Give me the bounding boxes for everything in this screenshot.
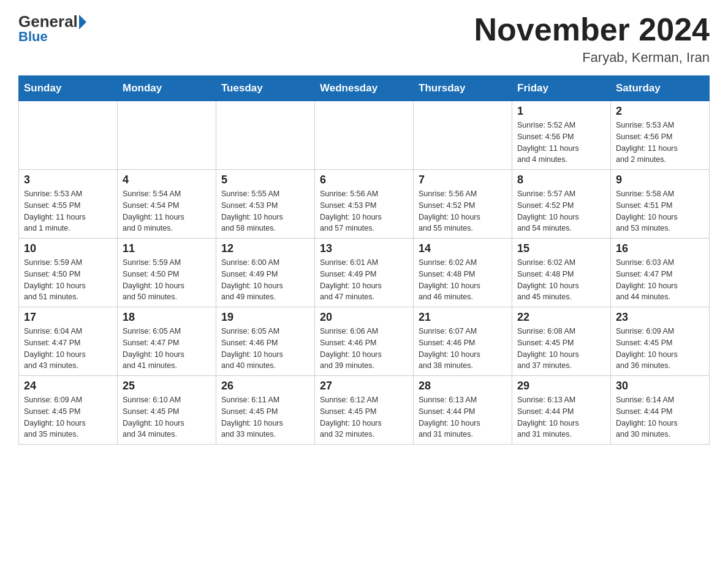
header: General Blue November 2024 Faryab, Kerma… <box>18 12 710 66</box>
calendar-cell: 7Sunrise: 5:56 AM Sunset: 4:52 PM Daylig… <box>414 170 512 239</box>
day-info: Sunrise: 6:05 AM Sunset: 4:46 PM Dayligh… <box>221 326 309 372</box>
day-number: 23 <box>616 311 704 324</box>
day-info: Sunrise: 6:07 AM Sunset: 4:46 PM Dayligh… <box>419 326 507 372</box>
day-number: 30 <box>616 380 704 393</box>
calendar-subtitle: Faryab, Kerman, Iran <box>474 50 710 66</box>
calendar-title: November 2024 <box>474 12 710 47</box>
calendar-cell: 1Sunrise: 5:52 AM Sunset: 4:56 PM Daylig… <box>512 101 611 170</box>
day-info: Sunrise: 6:09 AM Sunset: 4:45 PM Dayligh… <box>616 326 704 372</box>
day-number: 11 <box>123 242 211 255</box>
day-info: Sunrise: 6:09 AM Sunset: 4:45 PM Dayligh… <box>24 394 112 440</box>
weekday-header-wednesday: Wednesday <box>315 76 414 101</box>
day-number: 19 <box>221 311 309 324</box>
calendar-cell <box>315 101 414 170</box>
calendar-cell <box>118 101 216 170</box>
title-area: November 2024 Faryab, Kerman, Iran <box>474 12 710 66</box>
day-number: 8 <box>517 174 605 186</box>
day-info: Sunrise: 6:12 AM Sunset: 4:45 PM Dayligh… <box>320 394 408 440</box>
calendar-cell: 2Sunrise: 5:53 AM Sunset: 4:56 PM Daylig… <box>611 101 710 170</box>
day-number: 21 <box>419 311 507 324</box>
day-info: Sunrise: 6:05 AM Sunset: 4:47 PM Dayligh… <box>123 326 211 372</box>
day-number: 24 <box>24 380 112 393</box>
day-info: Sunrise: 5:52 AM Sunset: 4:56 PM Dayligh… <box>517 120 605 166</box>
day-info: Sunrise: 6:11 AM Sunset: 4:45 PM Dayligh… <box>221 394 309 440</box>
logo: General Blue <box>18 12 88 45</box>
day-info: Sunrise: 5:56 AM Sunset: 4:53 PM Dayligh… <box>320 188 408 234</box>
day-number: 16 <box>616 242 704 255</box>
day-info: Sunrise: 6:08 AM Sunset: 4:45 PM Dayligh… <box>517 326 605 372</box>
calendar-cell: 16Sunrise: 6:03 AM Sunset: 4:47 PM Dayli… <box>611 239 710 307</box>
day-info: Sunrise: 6:04 AM Sunset: 4:47 PM Dayligh… <box>24 326 112 372</box>
calendar-cell: 28Sunrise: 6:13 AM Sunset: 4:44 PM Dayli… <box>414 376 512 445</box>
calendar-cell <box>19 101 118 170</box>
day-number: 3 <box>24 174 112 186</box>
day-number: 5 <box>221 174 309 186</box>
day-info: Sunrise: 5:57 AM Sunset: 4:52 PM Dayligh… <box>517 188 605 234</box>
day-number: 29 <box>517 380 605 393</box>
calendar-cell: 22Sunrise: 6:08 AM Sunset: 4:45 PM Dayli… <box>512 307 611 376</box>
calendar-cell: 5Sunrise: 5:55 AM Sunset: 4:53 PM Daylig… <box>216 170 315 239</box>
calendar-cell: 20Sunrise: 6:06 AM Sunset: 4:46 PM Dayli… <box>315 307 414 376</box>
day-number: 18 <box>123 311 211 324</box>
week-row-3: 10Sunrise: 5:59 AM Sunset: 4:50 PM Dayli… <box>19 239 710 307</box>
calendar-cell: 21Sunrise: 6:07 AM Sunset: 4:46 PM Dayli… <box>414 307 512 376</box>
calendar-table: SundayMondayTuesdayWednesdayThursdayFrid… <box>18 75 710 445</box>
weekday-header-sunday: Sunday <box>19 76 118 101</box>
calendar-cell: 9Sunrise: 5:58 AM Sunset: 4:51 PM Daylig… <box>611 170 710 239</box>
weekday-header-row: SundayMondayTuesdayWednesdayThursdayFrid… <box>19 76 710 101</box>
day-number: 6 <box>320 174 408 186</box>
day-info: Sunrise: 5:53 AM Sunset: 4:56 PM Dayligh… <box>616 120 704 166</box>
calendar-cell: 14Sunrise: 6:02 AM Sunset: 4:48 PM Dayli… <box>414 239 512 307</box>
weekday-header-friday: Friday <box>512 76 611 101</box>
calendar-cell: 27Sunrise: 6:12 AM Sunset: 4:45 PM Dayli… <box>315 376 414 445</box>
week-row-4: 17Sunrise: 6:04 AM Sunset: 4:47 PM Dayli… <box>19 307 710 376</box>
day-info: Sunrise: 6:06 AM Sunset: 4:46 PM Dayligh… <box>320 326 408 372</box>
calendar-cell: 24Sunrise: 6:09 AM Sunset: 4:45 PM Dayli… <box>19 376 118 445</box>
calendar-cell: 25Sunrise: 6:10 AM Sunset: 4:45 PM Dayli… <box>118 376 216 445</box>
day-number: 17 <box>24 311 112 324</box>
day-number: 22 <box>517 311 605 324</box>
logo-blue: Blue <box>18 29 48 45</box>
day-number: 12 <box>221 242 309 255</box>
week-row-5: 24Sunrise: 6:09 AM Sunset: 4:45 PM Dayli… <box>19 376 710 445</box>
calendar-cell: 11Sunrise: 5:59 AM Sunset: 4:50 PM Dayli… <box>118 239 216 307</box>
day-number: 28 <box>419 380 507 393</box>
day-info: Sunrise: 6:14 AM Sunset: 4:44 PM Dayligh… <box>616 394 704 440</box>
day-info: Sunrise: 5:55 AM Sunset: 4:53 PM Dayligh… <box>221 188 309 234</box>
day-number: 15 <box>517 242 605 255</box>
day-number: 14 <box>419 242 507 255</box>
weekday-header-thursday: Thursday <box>414 76 512 101</box>
day-number: 27 <box>320 380 408 393</box>
calendar-cell: 6Sunrise: 5:56 AM Sunset: 4:53 PM Daylig… <box>315 170 414 239</box>
day-info: Sunrise: 6:13 AM Sunset: 4:44 PM Dayligh… <box>517 394 605 440</box>
day-number: 7 <box>419 174 507 186</box>
day-info: Sunrise: 5:59 AM Sunset: 4:50 PM Dayligh… <box>24 257 112 303</box>
calendar-cell: 3Sunrise: 5:53 AM Sunset: 4:55 PM Daylig… <box>19 170 118 239</box>
calendar-cell: 19Sunrise: 6:05 AM Sunset: 4:46 PM Dayli… <box>216 307 315 376</box>
day-number: 4 <box>123 174 211 186</box>
day-number: 9 <box>616 174 704 186</box>
calendar-cell: 29Sunrise: 6:13 AM Sunset: 4:44 PM Dayli… <box>512 376 611 445</box>
day-number: 20 <box>320 311 408 324</box>
day-number: 25 <box>123 380 211 393</box>
weekday-header-saturday: Saturday <box>611 76 710 101</box>
calendar-cell <box>414 101 512 170</box>
day-info: Sunrise: 6:03 AM Sunset: 4:47 PM Dayligh… <box>616 257 704 303</box>
day-info: Sunrise: 5:59 AM Sunset: 4:50 PM Dayligh… <box>123 257 211 303</box>
day-number: 13 <box>320 242 408 255</box>
calendar-cell: 12Sunrise: 6:00 AM Sunset: 4:49 PM Dayli… <box>216 239 315 307</box>
weekday-header-tuesday: Tuesday <box>216 76 315 101</box>
day-number: 26 <box>221 380 309 393</box>
day-number: 1 <box>517 105 605 118</box>
day-info: Sunrise: 6:13 AM Sunset: 4:44 PM Dayligh… <box>419 394 507 440</box>
day-info: Sunrise: 6:10 AM Sunset: 4:45 PM Dayligh… <box>123 394 211 440</box>
day-info: Sunrise: 5:54 AM Sunset: 4:54 PM Dayligh… <box>123 188 211 234</box>
weekday-header-monday: Monday <box>118 76 216 101</box>
day-info: Sunrise: 6:02 AM Sunset: 4:48 PM Dayligh… <box>419 257 507 303</box>
day-info: Sunrise: 5:53 AM Sunset: 4:55 PM Dayligh… <box>24 188 112 234</box>
calendar-cell: 30Sunrise: 6:14 AM Sunset: 4:44 PM Dayli… <box>611 376 710 445</box>
calendar-cell: 26Sunrise: 6:11 AM Sunset: 4:45 PM Dayli… <box>216 376 315 445</box>
calendar-cell: 18Sunrise: 6:05 AM Sunset: 4:47 PM Dayli… <box>118 307 216 376</box>
calendar-cell <box>216 101 315 170</box>
day-info: Sunrise: 6:00 AM Sunset: 4:49 PM Dayligh… <box>221 257 309 303</box>
